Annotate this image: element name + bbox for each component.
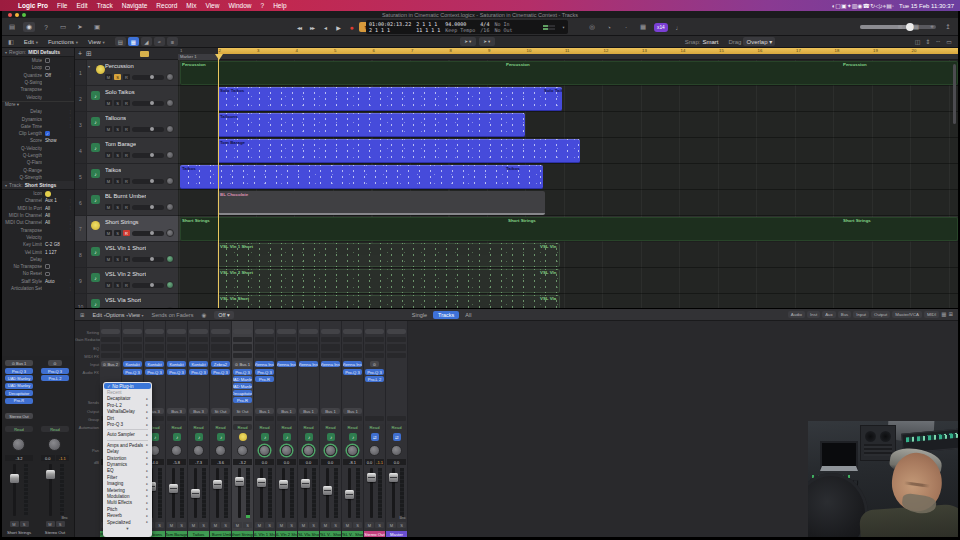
track-header-vsl-vln-1-short[interactable]: 8♪VSL Vln 1 ShortMSR — [75, 242, 178, 268]
track-param-no-transpose[interactable]: No Transpose — [2, 263, 74, 270]
mute-button[interactable]: M — [46, 521, 55, 527]
search-icon[interactable]: ⌖ — [926, 22, 938, 32]
pointer-tool-icon[interactable]: ➤ — [74, 22, 86, 32]
control-center-icon[interactable]: ▤ — [886, 3, 892, 9]
input-slot[interactable]: Kontakt — [189, 361, 208, 367]
audio-fx-slot[interactable]: UAD Manley — [5, 375, 33, 381]
track-header-vsl-vla-short[interactable]: 10♪VSL Vla ShortMSR — [75, 294, 178, 308]
audio-fx-slot[interactable]: Decapitator — [233, 390, 252, 396]
menubar-item-item[interactable]: ? — [261, 2, 265, 9]
region-param-more[interactable]: More ▾ — [2, 101, 74, 108]
fader[interactable] — [298, 466, 319, 522]
output-slot[interactable]: Bus 1 — [255, 408, 274, 414]
track-header-solo-taikos[interactable]: 2♪Solo TaikosMSR — [75, 86, 178, 112]
audio-fx-slot[interactable]: Pro-Q 3 — [5, 368, 33, 374]
input-slot[interactable]: Kontakt — [123, 361, 142, 367]
automation-mode[interactable]: Read — [255, 424, 274, 430]
output-slot[interactable]: Bus 3 — [167, 408, 186, 414]
record-button[interactable]: R — [123, 100, 130, 106]
record-button[interactable]: R — [123, 74, 130, 80]
setting-button[interactable] — [189, 329, 208, 334]
solo-button[interactable]: S — [199, 522, 208, 528]
mixer-filter-bus[interactable]: Bus — [838, 311, 852, 318]
mixer-strip-taikos[interactable]: KontaktPro-Q 3Bus 3Read♪-7.3MSTaikos — [188, 321, 210, 538]
input-slot[interactable]: Vienna Inst — [277, 361, 296, 367]
pan-knob[interactable] — [166, 255, 174, 263]
setting-button[interactable] — [343, 329, 362, 334]
rewind-button[interactable]: ◂◂ — [294, 22, 304, 32]
mixer-strip-short-strings[interactable]: ⊙ Bus 1Pro-Q 3UAD ManleyUAD ManleyDecapi… — [232, 321, 254, 538]
catch-button[interactable]: ≡ — [167, 37, 178, 46]
grid-icon[interactable]: ▦ — [637, 22, 649, 32]
solo-button[interactable]: S — [309, 522, 318, 528]
mixer-filter-midi[interactable]: MIDI — [924, 311, 939, 318]
audio-fx-slot[interactable]: Pro-Q 3 — [211, 369, 230, 375]
lcd-display[interactable]: 01:00:02:13.222 1 1 1 2 1 1 111 1 1 1 94… — [366, 20, 568, 34]
region-short-strings[interactable]: Short StringsShort StringsShort Strings — [180, 217, 958, 241]
input-slot[interactable]: Vienna Inst — [299, 361, 318, 367]
pan-knob[interactable] — [303, 445, 314, 456]
mixer-strip-stereo-out[interactable]: ⊙Pro-Q 3Pro-L 2Read⇄0.0-1.1MSStereo Out — [364, 321, 386, 538]
mixer-strip-vsl-vla-short[interactable]: Vienna InstBus 1Read♪0.0MSVSL Vla Short — [298, 321, 320, 538]
plugin-menu-item-pro-q-3[interactable]: Pro-Q 3▸ — [104, 421, 151, 427]
output-slot[interactable]: Stereo Out — [5, 413, 33, 419]
solo-button[interactable]: S — [114, 230, 121, 236]
pan-knob[interactable] — [166, 203, 174, 211]
audio-fx-slot[interactable]: Pro-R — [233, 397, 252, 403]
volume-slider[interactable] — [132, 127, 164, 132]
pan-knob[interactable] — [166, 151, 174, 159]
fader[interactable] — [7, 464, 31, 516]
track-param-key-limit[interactable]: Key LimitC-2 G8 — [2, 241, 74, 248]
audio-fx-slot[interactable]: Pro-Q 3 — [145, 369, 164, 375]
plugin-menu-item-item[interactable]: ▾ — [104, 525, 151, 531]
audio-fx-slot[interactable]: Pro-Q 3 — [343, 369, 362, 375]
setting-button[interactable] — [321, 329, 340, 334]
region-param-q-velocity[interactable]: Q-Velocity — [2, 145, 74, 152]
midi-view-button[interactable]: ▦ — [128, 37, 139, 46]
input-slot[interactable]: Vienna Inst — [255, 361, 274, 367]
mute-button[interactable]: M — [189, 522, 198, 528]
region-param-gate-time[interactable]: Gate Time⋮ — [2, 123, 74, 130]
setting-button[interactable] — [387, 329, 406, 334]
mixer-settings-icon[interactable]: ⊞ — [948, 311, 953, 318]
fader[interactable] — [166, 466, 187, 522]
track-param-no-reset[interactable]: No Reset — [2, 270, 74, 277]
record-button[interactable]: ● — [346, 22, 356, 32]
setting-button[interactable] — [255, 329, 274, 334]
input-slot[interactable]: Kontakt — [167, 361, 186, 367]
pan-knob[interactable] — [166, 229, 174, 237]
region-tom-barage[interactable]: Tom Barage — [218, 139, 580, 163]
regions-view-button[interactable]: ▤ — [115, 37, 126, 46]
mixer-strip-vsl-v-short[interactable]: Vienna InstBus 1Read♪0.0MSVSL V.. Short — [320, 321, 342, 538]
mixer-view-single[interactable]: Single — [407, 311, 432, 319]
record-button[interactable]: R — [123, 204, 130, 210]
mute-button[interactable]: M — [105, 126, 112, 132]
fader[interactable] — [232, 466, 253, 522]
drag-menu[interactable]: DragOverlap ▾ — [728, 37, 775, 46]
audio-fx-slot[interactable]: Pro-Q 3 — [233, 369, 252, 375]
pan-knob[interactable] — [325, 445, 336, 456]
mixer-strip-vsl-v-short[interactable]: Vienna InstPro-Q 3Bus 1Read♪-8.1MSVSL V.… — [342, 321, 364, 538]
mixer-filter-aux[interactable]: Aux — [822, 311, 836, 318]
region-inspector-header[interactable]: ▾Region:MIDI Defaults — [2, 48, 74, 57]
checkbox-checked[interactable]: ✓ — [45, 131, 50, 136]
track-param-channel[interactable]: ChannelAux 1⋮ — [2, 197, 74, 204]
mute-button[interactable]: M — [211, 522, 220, 528]
region-percussion[interactable]: PercussionPercussionPercussion — [180, 61, 958, 85]
add-track-button[interactable]: + — [78, 50, 82, 57]
pan-knob[interactable] — [166, 177, 174, 185]
fader[interactable] — [386, 466, 407, 522]
menubar-clock[interactable]: Tue 15 Feb 11:30:37 — [899, 3, 954, 9]
track-param-staff-style[interactable]: Staff StyleAuto⋮ — [2, 278, 74, 285]
region-param-clip-length[interactable]: Clip Length✓ — [2, 130, 74, 137]
mixer-menu-options[interactable]: Options ▾ — [106, 312, 129, 318]
track-param-midi-in-channel[interactable]: MIDI In ChannelAll — [2, 212, 74, 219]
solo-button[interactable]: S — [20, 521, 29, 527]
vertical-zoom-icon[interactable]: ⇕ — [925, 38, 930, 45]
solo-button[interactable]: S — [114, 74, 121, 80]
mixer-menu-edit[interactable]: Edit ▾ — [93, 312, 106, 318]
output-slot[interactable]: Bus 1 — [343, 408, 362, 414]
input-slot[interactable]: ⊙ Bus 1 — [233, 361, 252, 367]
setting-button[interactable] — [233, 329, 252, 334]
mute-button[interactable]: M — [387, 522, 396, 528]
